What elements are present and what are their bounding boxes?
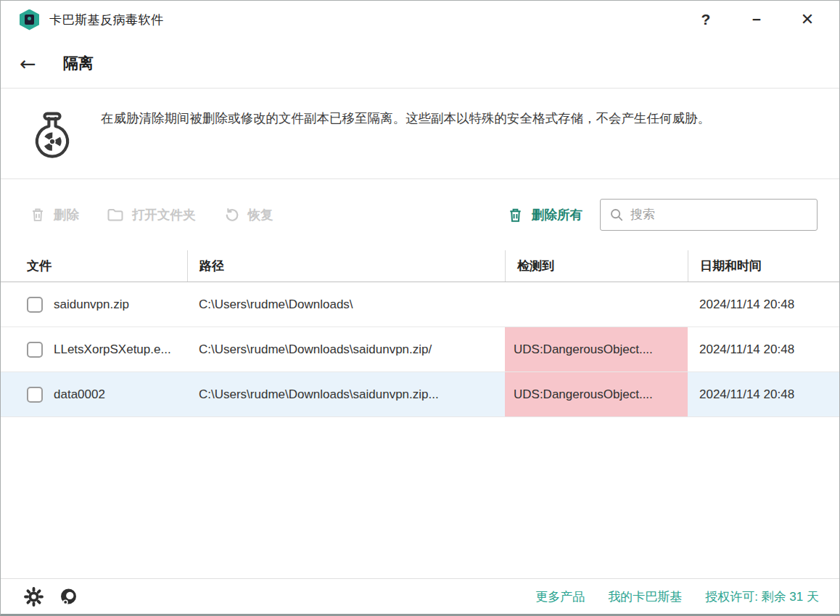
column-header-datetime[interactable]: 日期和时间 xyxy=(688,250,839,282)
app-title: 卡巴斯基反病毒软件 xyxy=(49,12,164,28)
column-header-detected[interactable]: 检测到 xyxy=(505,250,688,282)
detected-threat-badge: UDS:DangerousObject.... xyxy=(505,327,688,371)
file-name: LLetsXorpSXetup.e... xyxy=(54,342,171,357)
folder-icon xyxy=(107,207,124,223)
kaspersky-window: 卡巴斯基反病毒软件 ? − ✕ ← 隔离 在威胁清除期间被删除或修改的文件副本已… xyxy=(0,0,840,616)
table-row[interactable]: saidunvpn.zip C:\Users\rudme\Downloads\ … xyxy=(1,282,839,327)
delete-all-button[interactable]: 删除所有 xyxy=(507,206,582,224)
headset-icon xyxy=(59,587,78,607)
table-header: 文件 路径 检测到 日期和时间 xyxy=(1,250,839,282)
column-header-file[interactable]: 文件 xyxy=(1,250,187,282)
footer: 更多产品 我的卡巴斯基 授权许可: 剩余 31 天 xyxy=(1,578,839,614)
trash-icon xyxy=(507,206,524,224)
gear-icon xyxy=(24,587,44,607)
detected-threat xyxy=(505,282,688,327)
file-name: saidunvpn.zip xyxy=(54,297,129,312)
search-box xyxy=(600,199,818,231)
titlebar: 卡巴斯基反病毒软件 ? − ✕ xyxy=(1,1,839,38)
help-button[interactable]: ? xyxy=(690,7,722,33)
table-row[interactable]: data0002 C:\Users\rudme\Downloads\saidun… xyxy=(1,372,839,417)
quarantine-info-section: 在威胁清除期间被删除或修改的文件副本已移至隔离。这些副本以特殊的安全格式存储，不… xyxy=(1,89,839,178)
detected-threat-badge: UDS:DangerousObject.... xyxy=(505,372,688,416)
my-kaspersky-link[interactable]: 我的卡巴斯基 xyxy=(608,588,682,605)
restore-icon xyxy=(223,207,240,223)
quarantine-flask-icon xyxy=(28,109,76,160)
more-products-link[interactable]: 更多产品 xyxy=(535,588,585,605)
file-path: C:\Users\rudme\Downloads\ xyxy=(187,282,505,327)
delete-button[interactable]: 删除 xyxy=(30,206,79,223)
settings-button[interactable] xyxy=(21,584,46,609)
column-header-path[interactable]: 路径 xyxy=(187,250,505,282)
support-headset-icon[interactable] xyxy=(56,584,81,609)
row-checkbox[interactable] xyxy=(27,297,43,313)
minimize-button[interactable]: − xyxy=(741,7,773,33)
kaspersky-logo-icon xyxy=(20,9,39,30)
open-folder-button[interactable]: 打开文件夹 xyxy=(107,206,196,223)
license-status[interactable]: 授权许可: 剩余 31 天 xyxy=(705,588,819,605)
search-input[interactable] xyxy=(630,208,808,222)
file-path: C:\Users\rudme\Downloads\saidunvpn.zip..… xyxy=(187,372,505,416)
row-checkbox[interactable] xyxy=(27,342,43,358)
search-icon xyxy=(609,208,624,222)
page-title: 隔离 xyxy=(63,53,94,73)
row-checkbox[interactable] xyxy=(27,387,43,403)
row-datetime: 2024/11/14 20:48 xyxy=(688,282,839,327)
trash-icon xyxy=(30,206,46,223)
restore-button[interactable]: 恢复 xyxy=(223,206,273,223)
toolbar: 删除 打开文件夹 恢复 删除所有 xyxy=(1,179,839,250)
row-datetime: 2024/11/14 20:48 xyxy=(688,372,839,416)
row-datetime: 2024/11/14 20:48 xyxy=(688,327,839,371)
file-name: data0002 xyxy=(54,387,105,402)
quarantine-description: 在威胁清除期间被删除或修改的文件副本已移至隔离。这些副本以特殊的安全格式存储，不… xyxy=(101,107,710,129)
file-path: C:\Users\rudme\Downloads\saidunvpn.zip/ xyxy=(187,327,505,371)
page-header: ← 隔离 xyxy=(1,38,839,88)
close-button[interactable]: ✕ xyxy=(791,7,823,33)
table-row[interactable]: LLetsXorpSXetup.e... C:\Users\rudme\Down… xyxy=(1,327,839,372)
back-button[interactable]: ← xyxy=(20,52,46,75)
